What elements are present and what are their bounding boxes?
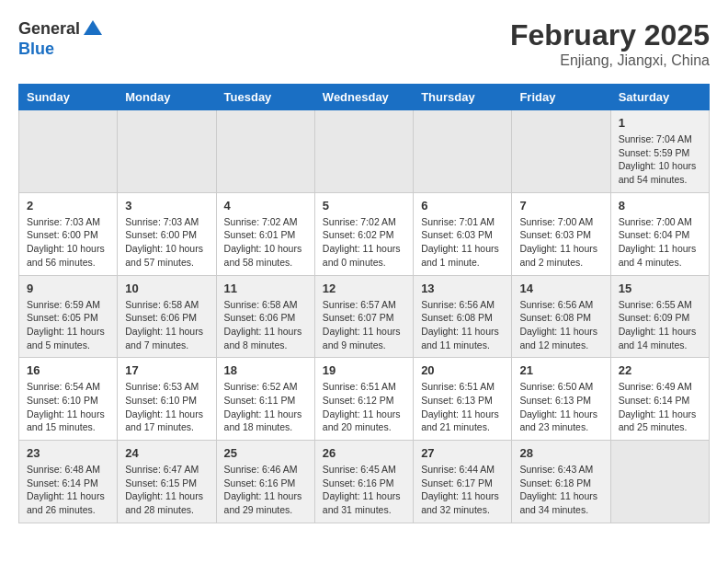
calendar-week-row: 1Sunrise: 7:04 AM Sunset: 5:59 PM Daylig…: [19, 110, 710, 193]
logo-blue-text: Blue: [18, 40, 104, 59]
title-block: February 2025 Enjiang, Jiangxi, China: [510, 18, 710, 69]
weekday-header-sunday: Sunday: [19, 85, 118, 110]
calendar-day-cell: 27Sunrise: 6:44 AM Sunset: 6:17 PM Dayli…: [414, 441, 512, 523]
day-info: Sunrise: 6:54 AM Sunset: 6:10 PM Dayligh…: [27, 380, 109, 434]
calendar-day-cell: [19, 110, 118, 193]
day-number: 6: [421, 199, 504, 213]
day-number: 11: [224, 282, 307, 295]
day-info: Sunrise: 7:04 AM Sunset: 5:59 PM Dayligh…: [619, 132, 701, 187]
calendar-day-cell: 13Sunrise: 6:56 AM Sunset: 6:08 PM Dayli…: [414, 275, 512, 358]
calendar-day-cell: 5Sunrise: 7:02 AM Sunset: 6:02 PM Daylig…: [314, 192, 413, 275]
day-info: Sunrise: 7:03 AM Sunset: 6:00 PM Dayligh…: [125, 215, 208, 270]
day-number: 12: [323, 282, 405, 295]
day-info: Sunrise: 6:51 AM Sunset: 6:13 PM Dayligh…: [421, 380, 504, 434]
day-number: 22: [619, 363, 701, 377]
calendar-day-cell: [512, 110, 610, 193]
logo-general-text: General: [18, 20, 80, 39]
day-info: Sunrise: 7:02 AM Sunset: 6:02 PM Dayligh…: [323, 215, 405, 270]
location: Enjiang, Jiangxi, China: [510, 52, 710, 69]
calendar-day-cell: 8Sunrise: 7:00 AM Sunset: 6:04 PM Daylig…: [610, 192, 709, 275]
day-number: 24: [125, 446, 208, 460]
day-info: Sunrise: 6:50 AM Sunset: 6:13 PM Dayligh…: [519, 380, 602, 434]
day-number: 8: [619, 199, 701, 213]
weekday-header-tuesday: Tuesday: [216, 85, 314, 110]
calendar-day-cell: 12Sunrise: 6:57 AM Sunset: 6:07 PM Dayli…: [314, 275, 413, 358]
day-number: 28: [519, 446, 602, 460]
calendar-day-cell: 2Sunrise: 7:03 AM Sunset: 6:00 PM Daylig…: [19, 192, 118, 275]
calendar-day-cell: 25Sunrise: 6:46 AM Sunset: 6:16 PM Dayli…: [216, 441, 314, 523]
calendar-day-cell: 15Sunrise: 6:55 AM Sunset: 6:09 PM Dayli…: [610, 275, 709, 358]
day-number: 21: [519, 363, 602, 377]
weekday-header-thursday: Thursday: [414, 85, 512, 110]
day-number: 7: [519, 199, 602, 213]
calendar-day-cell: [314, 110, 413, 193]
calendar-day-cell: 20Sunrise: 6:51 AM Sunset: 6:13 PM Dayli…: [414, 358, 512, 441]
calendar-day-cell: 14Sunrise: 6:56 AM Sunset: 6:08 PM Dayli…: [512, 275, 610, 358]
day-info: Sunrise: 7:00 AM Sunset: 6:03 PM Dayligh…: [519, 215, 602, 270]
day-info: Sunrise: 6:45 AM Sunset: 6:16 PM Dayligh…: [323, 463, 405, 517]
day-info: Sunrise: 6:58 AM Sunset: 6:06 PM Dayligh…: [125, 298, 208, 352]
day-number: 13: [421, 282, 504, 295]
day-info: Sunrise: 6:53 AM Sunset: 6:10 PM Dayligh…: [125, 380, 208, 434]
day-info: Sunrise: 6:56 AM Sunset: 6:08 PM Dayligh…: [519, 298, 602, 352]
calendar-day-cell: 7Sunrise: 7:00 AM Sunset: 6:03 PM Daylig…: [512, 192, 610, 275]
calendar-day-cell: 6Sunrise: 7:01 AM Sunset: 6:03 PM Daylig…: [414, 192, 512, 275]
day-number: 19: [323, 363, 405, 377]
day-info: Sunrise: 6:49 AM Sunset: 6:14 PM Dayligh…: [619, 380, 701, 434]
day-info: Sunrise: 6:58 AM Sunset: 6:06 PM Dayligh…: [224, 298, 307, 352]
day-number: 18: [224, 363, 307, 377]
day-number: 1: [619, 116, 701, 130]
calendar-day-cell: [118, 110, 216, 193]
day-info: Sunrise: 6:51 AM Sunset: 6:12 PM Dayligh…: [323, 380, 405, 434]
day-number: 2: [27, 199, 109, 213]
svg-marker-0: [84, 20, 102, 35]
day-info: Sunrise: 6:59 AM Sunset: 6:05 PM Dayligh…: [27, 298, 109, 352]
calendar-day-cell: 18Sunrise: 6:52 AM Sunset: 6:11 PM Dayli…: [216, 358, 314, 441]
calendar-week-row: 16Sunrise: 6:54 AM Sunset: 6:10 PM Dayli…: [19, 358, 710, 441]
logo-icon: [82, 18, 104, 40]
calendar-day-cell: 16Sunrise: 6:54 AM Sunset: 6:10 PM Dayli…: [19, 358, 118, 441]
calendar-day-cell: 28Sunrise: 6:43 AM Sunset: 6:18 PM Dayli…: [512, 441, 610, 523]
day-number: 15: [619, 282, 701, 295]
day-info: Sunrise: 6:52 AM Sunset: 6:11 PM Dayligh…: [224, 380, 307, 434]
calendar-day-cell: 17Sunrise: 6:53 AM Sunset: 6:10 PM Dayli…: [118, 358, 216, 441]
calendar-day-cell: [610, 441, 709, 523]
weekday-header-wednesday: Wednesday: [314, 85, 413, 110]
calendar-day-cell: 11Sunrise: 6:58 AM Sunset: 6:06 PM Dayli…: [216, 275, 314, 358]
calendar-day-cell: 23Sunrise: 6:48 AM Sunset: 6:14 PM Dayli…: [19, 441, 118, 523]
day-info: Sunrise: 6:47 AM Sunset: 6:15 PM Dayligh…: [125, 463, 208, 517]
day-info: Sunrise: 6:44 AM Sunset: 6:17 PM Dayligh…: [421, 463, 504, 517]
day-number: 23: [27, 446, 109, 460]
calendar-day-cell: 1Sunrise: 7:04 AM Sunset: 5:59 PM Daylig…: [610, 110, 709, 193]
day-info: Sunrise: 7:02 AM Sunset: 6:01 PM Dayligh…: [224, 215, 307, 270]
day-number: 14: [519, 282, 602, 295]
weekday-header-saturday: Saturday: [610, 85, 709, 110]
day-info: Sunrise: 6:48 AM Sunset: 6:14 PM Dayligh…: [27, 463, 109, 517]
day-number: 25: [224, 446, 307, 460]
month-title: February 2025: [510, 18, 710, 52]
calendar-week-row: 23Sunrise: 6:48 AM Sunset: 6:14 PM Dayli…: [19, 441, 710, 523]
day-info: Sunrise: 6:56 AM Sunset: 6:08 PM Dayligh…: [421, 298, 504, 352]
day-number: 27: [421, 446, 504, 460]
calendar-day-cell: [216, 110, 314, 193]
calendar-table: SundayMondayTuesdayWednesdayThursdayFrid…: [18, 84, 710, 523]
day-info: Sunrise: 6:46 AM Sunset: 6:16 PM Dayligh…: [224, 463, 307, 517]
calendar-day-cell: 10Sunrise: 6:58 AM Sunset: 6:06 PM Dayli…: [118, 275, 216, 358]
calendar-day-cell: 21Sunrise: 6:50 AM Sunset: 6:13 PM Dayli…: [512, 358, 610, 441]
day-info: Sunrise: 7:01 AM Sunset: 6:03 PM Dayligh…: [421, 215, 504, 270]
day-number: 17: [125, 363, 208, 377]
day-number: 9: [27, 282, 109, 295]
logo: General Blue: [18, 18, 104, 59]
page-header: General Blue February 2025 Enjiang, Jian…: [18, 18, 710, 69]
calendar-week-row: 9Sunrise: 6:59 AM Sunset: 6:05 PM Daylig…: [19, 275, 710, 358]
day-number: 20: [421, 363, 504, 377]
calendar-day-cell: 4Sunrise: 7:02 AM Sunset: 6:01 PM Daylig…: [216, 192, 314, 275]
day-number: 3: [125, 199, 208, 213]
day-info: Sunrise: 6:55 AM Sunset: 6:09 PM Dayligh…: [619, 298, 701, 352]
weekday-header-row: SundayMondayTuesdayWednesdayThursdayFrid…: [19, 85, 710, 110]
weekday-header-monday: Monday: [118, 85, 216, 110]
calendar-week-row: 2Sunrise: 7:03 AM Sunset: 6:00 PM Daylig…: [19, 192, 710, 275]
weekday-header-friday: Friday: [512, 85, 610, 110]
day-number: 4: [224, 199, 307, 213]
calendar-day-cell: 26Sunrise: 6:45 AM Sunset: 6:16 PM Dayli…: [314, 441, 413, 523]
